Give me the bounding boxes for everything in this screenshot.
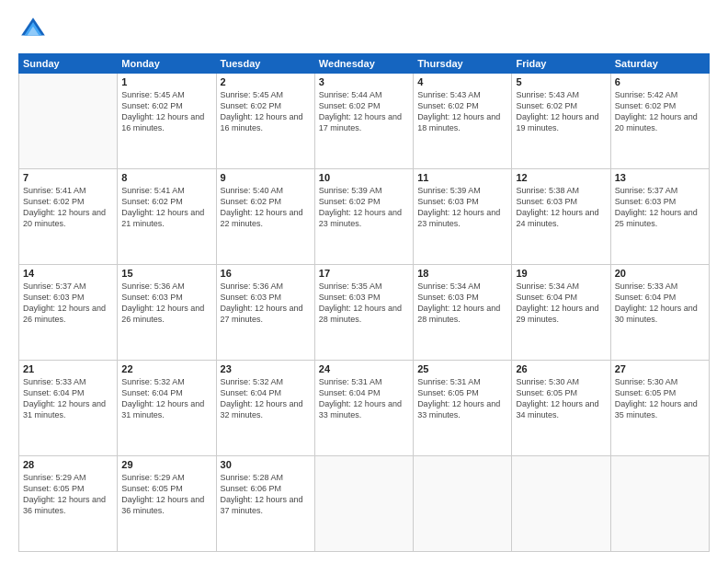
page: SundayMondayTuesdayWednesdayThursdayFrid… <box>0 0 728 563</box>
calendar-cell: 25Sunrise: 5:31 AMSunset: 6:05 PMDayligh… <box>414 361 512 456</box>
day-info: Sunrise: 5:31 AMSunset: 6:04 PMDaylight:… <box>319 377 402 419</box>
calendar-table: SundayMondayTuesdayWednesdayThursdayFrid… <box>18 53 710 552</box>
weekday-header-monday: Monday <box>118 54 216 74</box>
weekday-header-wednesday: Wednesday <box>314 54 413 74</box>
calendar-cell: 28Sunrise: 5:29 AMSunset: 6:05 PMDayligh… <box>19 456 118 552</box>
day-number: 4 <box>417 76 507 87</box>
day-number: 24 <box>319 363 409 374</box>
calendar-cell: 23Sunrise: 5:32 AMSunset: 6:04 PMDayligh… <box>216 361 314 456</box>
day-info: Sunrise: 5:45 AMSunset: 6:02 PMDaylight:… <box>221 90 303 132</box>
calendar-cell: 16Sunrise: 5:36 AMSunset: 6:03 PMDayligh… <box>216 265 314 361</box>
day-number: 30 <box>221 459 311 470</box>
day-number: 11 <box>417 172 507 183</box>
header <box>18 15 710 44</box>
weekday-header-row: SundayMondayTuesdayWednesdayThursdayFrid… <box>19 54 710 74</box>
calendar-cell: 17Sunrise: 5:35 AMSunset: 6:03 PMDayligh… <box>314 265 413 361</box>
day-number: 16 <box>221 268 311 279</box>
day-number: 23 <box>221 363 311 374</box>
day-info: Sunrise: 5:39 AMSunset: 6:03 PMDaylight:… <box>417 186 500 228</box>
calendar-cell: 3Sunrise: 5:44 AMSunset: 6:02 PMDaylight… <box>314 74 413 169</box>
day-number: 22 <box>121 363 211 374</box>
day-info: Sunrise: 5:43 AMSunset: 6:02 PMDaylight:… <box>417 90 500 132</box>
day-number: 7 <box>23 172 113 183</box>
week-row-1: 1Sunrise: 5:45 AMSunset: 6:02 PMDaylight… <box>19 74 710 169</box>
day-info: Sunrise: 5:44 AMSunset: 6:02 PMDaylight:… <box>319 90 402 132</box>
calendar-cell: 5Sunrise: 5:43 AMSunset: 6:02 PMDaylight… <box>512 74 610 169</box>
day-info: Sunrise: 5:37 AMSunset: 6:03 PMDaylight:… <box>615 186 698 228</box>
calendar-cell: 27Sunrise: 5:30 AMSunset: 6:05 PMDayligh… <box>610 361 709 456</box>
calendar-cell: 9Sunrise: 5:40 AMSunset: 6:02 PMDaylight… <box>216 169 314 265</box>
day-info: Sunrise: 5:32 AMSunset: 6:04 PMDaylight:… <box>121 377 204 419</box>
calendar-cell: 7Sunrise: 5:41 AMSunset: 6:02 PMDaylight… <box>19 169 118 265</box>
day-info: Sunrise: 5:33 AMSunset: 6:04 PMDaylight:… <box>23 377 106 419</box>
calendar-cell: 26Sunrise: 5:30 AMSunset: 6:05 PMDayligh… <box>512 361 610 456</box>
calendar-cell: 22Sunrise: 5:32 AMSunset: 6:04 PMDayligh… <box>118 361 216 456</box>
day-info: Sunrise: 5:30 AMSunset: 6:05 PMDaylight:… <box>516 377 598 419</box>
calendar-cell <box>610 456 709 552</box>
day-info: Sunrise: 5:36 AMSunset: 6:03 PMDaylight:… <box>121 282 204 324</box>
weekday-header-friday: Friday <box>512 54 610 74</box>
weekday-header-thursday: Thursday <box>414 54 512 74</box>
calendar-cell: 19Sunrise: 5:34 AMSunset: 6:04 PMDayligh… <box>512 265 610 361</box>
day-info: Sunrise: 5:43 AMSunset: 6:02 PMDaylight:… <box>516 90 598 132</box>
day-number: 9 <box>221 172 311 183</box>
day-number: 13 <box>615 172 705 183</box>
calendar-cell: 13Sunrise: 5:37 AMSunset: 6:03 PMDayligh… <box>610 169 709 265</box>
calendar-cell: 12Sunrise: 5:38 AMSunset: 6:03 PMDayligh… <box>512 169 610 265</box>
day-info: Sunrise: 5:33 AMSunset: 6:04 PMDaylight:… <box>615 282 698 324</box>
day-number: 1 <box>121 76 211 87</box>
day-number: 14 <box>23 268 113 279</box>
day-info: Sunrise: 5:45 AMSunset: 6:02 PMDaylight:… <box>121 90 204 132</box>
calendar-cell <box>414 456 512 552</box>
calendar-cell <box>314 456 413 552</box>
day-number: 27 <box>615 363 705 374</box>
calendar-cell: 30Sunrise: 5:28 AMSunset: 6:06 PMDayligh… <box>216 456 314 552</box>
calendar-cell: 15Sunrise: 5:36 AMSunset: 6:03 PMDayligh… <box>118 265 216 361</box>
day-info: Sunrise: 5:28 AMSunset: 6:06 PMDaylight:… <box>221 473 303 515</box>
day-number: 17 <box>319 268 409 279</box>
day-info: Sunrise: 5:29 AMSunset: 6:05 PMDaylight:… <box>121 473 204 515</box>
day-number: 5 <box>516 76 606 87</box>
day-number: 19 <box>516 268 606 279</box>
day-number: 15 <box>121 268 211 279</box>
day-number: 21 <box>23 363 113 374</box>
day-number: 28 <box>23 459 113 470</box>
week-row-5: 28Sunrise: 5:29 AMSunset: 6:05 PMDayligh… <box>19 456 710 552</box>
weekday-header-saturday: Saturday <box>610 54 709 74</box>
calendar-cell: 14Sunrise: 5:37 AMSunset: 6:03 PMDayligh… <box>19 265 118 361</box>
day-number: 25 <box>417 363 507 374</box>
day-info: Sunrise: 5:30 AMSunset: 6:05 PMDaylight:… <box>615 377 698 419</box>
day-info: Sunrise: 5:32 AMSunset: 6:04 PMDaylight:… <box>221 377 303 419</box>
day-info: Sunrise: 5:39 AMSunset: 6:02 PMDaylight:… <box>319 186 402 228</box>
calendar-cell: 20Sunrise: 5:33 AMSunset: 6:04 PMDayligh… <box>610 265 709 361</box>
day-info: Sunrise: 5:29 AMSunset: 6:05 PMDaylight:… <box>23 473 106 515</box>
calendar-cell <box>512 456 610 552</box>
day-number: 29 <box>121 459 211 470</box>
day-info: Sunrise: 5:40 AMSunset: 6:02 PMDaylight:… <box>221 186 303 228</box>
calendar-cell: 21Sunrise: 5:33 AMSunset: 6:04 PMDayligh… <box>19 361 118 456</box>
weekday-header-sunday: Sunday <box>19 54 118 74</box>
day-number: 18 <box>417 268 507 279</box>
day-number: 6 <box>615 76 705 87</box>
day-info: Sunrise: 5:41 AMSunset: 6:02 PMDaylight:… <box>121 186 204 228</box>
day-number: 26 <box>516 363 606 374</box>
calendar-cell: 8Sunrise: 5:41 AMSunset: 6:02 PMDaylight… <box>118 169 216 265</box>
logo <box>18 15 51 44</box>
calendar-cell: 6Sunrise: 5:42 AMSunset: 6:02 PMDaylight… <box>610 74 709 169</box>
calendar-cell <box>19 74 118 169</box>
calendar-cell: 1Sunrise: 5:45 AMSunset: 6:02 PMDaylight… <box>118 74 216 169</box>
day-info: Sunrise: 5:36 AMSunset: 6:03 PMDaylight:… <box>221 282 303 324</box>
calendar-cell: 2Sunrise: 5:45 AMSunset: 6:02 PMDaylight… <box>216 74 314 169</box>
calendar-cell: 29Sunrise: 5:29 AMSunset: 6:05 PMDayligh… <box>118 456 216 552</box>
day-info: Sunrise: 5:34 AMSunset: 6:04 PMDaylight:… <box>516 282 598 324</box>
day-info: Sunrise: 5:42 AMSunset: 6:02 PMDaylight:… <box>615 90 698 132</box>
day-number: 12 <box>516 172 606 183</box>
day-info: Sunrise: 5:31 AMSunset: 6:05 PMDaylight:… <box>417 377 500 419</box>
day-info: Sunrise: 5:38 AMSunset: 6:03 PMDaylight:… <box>516 186 598 228</box>
day-number: 20 <box>615 268 705 279</box>
calendar-cell: 4Sunrise: 5:43 AMSunset: 6:02 PMDaylight… <box>414 74 512 169</box>
day-number: 8 <box>121 172 211 183</box>
week-row-4: 21Sunrise: 5:33 AMSunset: 6:04 PMDayligh… <box>19 361 710 456</box>
weekday-header-tuesday: Tuesday <box>216 54 314 74</box>
day-number: 3 <box>319 76 409 87</box>
